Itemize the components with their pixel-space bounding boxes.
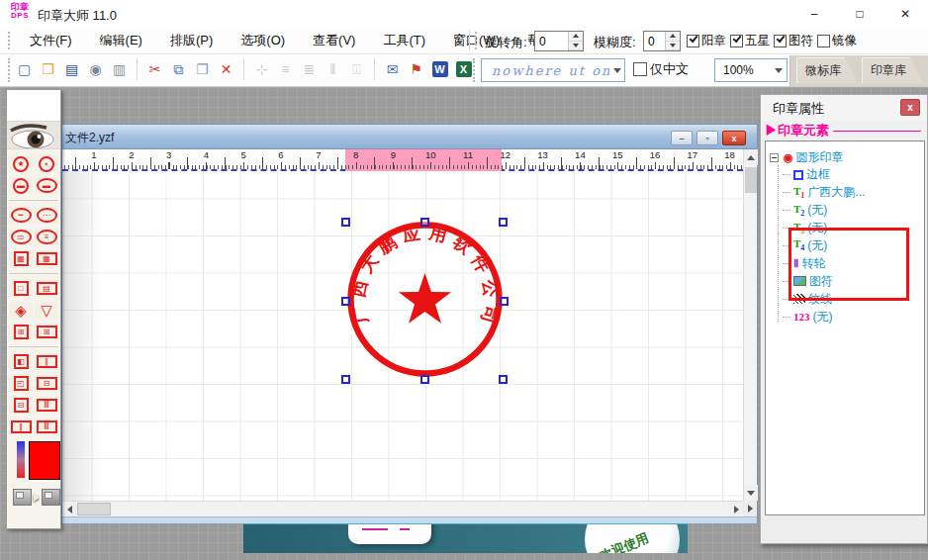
sign-document-icon[interactable]: ✉ bbox=[382, 57, 403, 81]
close-button[interactable]: ✕ bbox=[882, 0, 928, 28]
scroll-right-icon[interactable] bbox=[729, 502, 743, 517]
blur-input[interactable] bbox=[644, 32, 665, 50]
rect-bottom-bar-stamp[interactable]: ⊟ bbox=[35, 375, 58, 392]
align-center-icon[interactable]: ⊹ bbox=[251, 57, 272, 81]
scroll-corner[interactable] bbox=[743, 501, 757, 516]
five-star-checkbox[interactable]: 五星 bbox=[730, 33, 770, 49]
menu-item-5[interactable]: 工具(T) bbox=[369, 28, 439, 54]
menu-item-2[interactable]: 排版(P) bbox=[156, 28, 227, 54]
design-canvas[interactable]: 广西大鹏应用软件公司 bbox=[62, 171, 743, 501]
tree-item-text4[interactable]: T4(无) bbox=[783, 238, 827, 254]
save-file-icon[interactable]: ▤ bbox=[61, 57, 82, 81]
delete-icon[interactable]: ✕ bbox=[216, 57, 236, 81]
symbol-checkbox[interactable]: 图符 bbox=[774, 33, 813, 49]
align-right-icon[interactable]: ≣ bbox=[299, 57, 320, 81]
doc-minimize-button[interactable]: ‒ bbox=[671, 131, 693, 145]
selection-handle-bottom-right[interactable] bbox=[499, 375, 508, 384]
scroll-left-icon[interactable] bbox=[62, 502, 76, 517]
vertical-scrollbar[interactable] bbox=[743, 149, 757, 501]
distribute-v-icon[interactable]: ⍗ bbox=[346, 57, 367, 81]
tree-item-hatch[interactable]: 纹线 bbox=[783, 291, 832, 307]
checkbox-icon[interactable] bbox=[687, 35, 699, 47]
panel-close-button[interactable]: x bbox=[900, 99, 920, 116]
menu-item-3[interactable]: 选项(O) bbox=[227, 28, 299, 54]
square-grid-stamp[interactable]: ▦ bbox=[9, 250, 33, 267]
paste-icon[interactable]: ❐ bbox=[192, 57, 213, 81]
rotation-input[interactable] bbox=[535, 32, 568, 50]
cut-icon[interactable]: ✂ bbox=[144, 57, 165, 81]
tab-seal-library[interactable]: 印章库 bbox=[862, 57, 923, 83]
menu-item-1[interactable]: 编辑(E) bbox=[86, 28, 156, 54]
oval-box-stamp[interactable]: ▭ bbox=[9, 229, 33, 245]
scroll-up-icon[interactable] bbox=[744, 149, 758, 165]
tree-item-wheel[interactable]: Ⅱ转轮 bbox=[783, 255, 825, 271]
maximize-button[interactable]: □ bbox=[837, 0, 882, 28]
chevron-down-icon[interactable] bbox=[609, 68, 624, 73]
rect-split-stamp[interactable]: ▤ bbox=[35, 280, 58, 297]
selection-handle-top-right[interactable] bbox=[499, 218, 508, 227]
doc-close-button[interactable]: x bbox=[722, 131, 746, 145]
tree-item-text3[interactable]: T3(无) bbox=[783, 221, 827, 236]
minimize-button[interactable]: – bbox=[791, 0, 837, 28]
oval-dashline-stamp[interactable]: ┅ bbox=[9, 207, 33, 224]
export-settings-icon[interactable] bbox=[13, 489, 32, 506]
stamp-preview-icon[interactable] bbox=[42, 489, 60, 506]
word-export-icon[interactable]: W bbox=[429, 57, 450, 81]
selection-handle-top-mid[interactable] bbox=[420, 218, 429, 227]
color-gradient-bar[interactable] bbox=[17, 441, 25, 478]
selection-handle-bottom-left[interactable] bbox=[341, 375, 350, 384]
menu-item-0[interactable]: 文件(F) bbox=[16, 28, 86, 54]
scroll-down-icon[interactable] bbox=[744, 485, 758, 501]
hscroll-thumb[interactable] bbox=[77, 503, 111, 515]
square-cells-stamp[interactable]: ◰ bbox=[9, 375, 33, 392]
open-file-icon[interactable]: ❒ bbox=[38, 57, 58, 81]
rect-two-cell-stamp[interactable]: ∥ bbox=[9, 419, 33, 435]
copy-icon[interactable]: ⧉ bbox=[168, 57, 189, 81]
checkbox-icon[interactable] bbox=[774, 35, 787, 47]
selection-handle-mid-right[interactable] bbox=[500, 297, 509, 306]
rect-cells-stamp[interactable]: ⊞ bbox=[35, 324, 58, 340]
circle-star-stamp[interactable]: ★ bbox=[9, 155, 33, 172]
excel-export-icon[interactable]: X bbox=[453, 57, 474, 81]
selection-handle-mid-left[interactable] bbox=[341, 297, 350, 306]
square-half-stamp[interactable]: ◧ bbox=[9, 353, 33, 370]
toolbar-gripper[interactable] bbox=[8, 58, 12, 82]
document-titlebar[interactable]: 文件2.yzf ‒▫x bbox=[62, 125, 757, 149]
rect-grid-stamp[interactable]: ▦ bbox=[35, 250, 58, 267]
distribute-h-icon[interactable]: ⫴ bbox=[323, 57, 343, 81]
rect-three-cell-stamp[interactable]: Ⅲ bbox=[35, 397, 58, 414]
triangle-stamp[interactable]: ▽ bbox=[35, 302, 58, 319]
chevron-down-icon[interactable] bbox=[771, 68, 787, 73]
print-preview-icon[interactable]: ◉ bbox=[85, 57, 106, 81]
checkbox-icon[interactable] bbox=[730, 35, 743, 47]
new-document-icon[interactable]: ▢ bbox=[14, 57, 35, 81]
tree-item-symbol[interactable]: 图符 bbox=[783, 273, 833, 289]
checkbox-icon[interactable] bbox=[817, 35, 830, 47]
current-color-swatch[interactable] bbox=[29, 441, 60, 480]
oval-lines-stamp[interactable]: ≡ bbox=[35, 229, 58, 245]
toolbar-gripper[interactable] bbox=[473, 58, 477, 82]
toolbar-gripper[interactable] bbox=[475, 32, 479, 49]
selection-handle-top-left[interactable] bbox=[341, 218, 350, 227]
rect-four-bar-stamp[interactable]: Ⅲ bbox=[35, 419, 58, 435]
oval-bar-stamp[interactable]: ▬ bbox=[35, 177, 58, 194]
tree-item-number[interactable]: 123(无) bbox=[783, 309, 833, 325]
selection-handle-bottom-mid[interactable] bbox=[420, 375, 429, 384]
yang-seal-checkbox[interactable]: 阳章 bbox=[687, 33, 726, 49]
tab-logo-library[interactable]: 微标库 bbox=[796, 57, 858, 83]
circle-bar-stamp[interactable]: ▬ bbox=[9, 177, 33, 194]
tree-item-border[interactable]: 边框 bbox=[783, 167, 830, 183]
checkbox-icon[interactable] bbox=[633, 62, 647, 76]
square-inner-stamp[interactable]: □ bbox=[9, 280, 33, 297]
circle-square-stamp[interactable]: ▪ bbox=[35, 155, 58, 172]
spinner-arrows[interactable] bbox=[568, 32, 583, 50]
spinner-arrows[interactable] bbox=[665, 32, 680, 50]
tree-item-round-seal[interactable]: ◉圆形印章 bbox=[770, 149, 844, 165]
mirror-checkbox[interactable]: 镜像 bbox=[817, 33, 857, 49]
print-icon[interactable]: ▥ bbox=[109, 57, 130, 81]
rotation-spinner[interactable] bbox=[534, 31, 584, 51]
square-four-cell-stamp[interactable]: ⊞ bbox=[9, 324, 33, 340]
diamond-stamp[interactable]: ◈ bbox=[9, 302, 33, 319]
vscroll-thumb[interactable] bbox=[745, 167, 757, 193]
menu-item-4[interactable]: 查看(V) bbox=[299, 28, 369, 54]
